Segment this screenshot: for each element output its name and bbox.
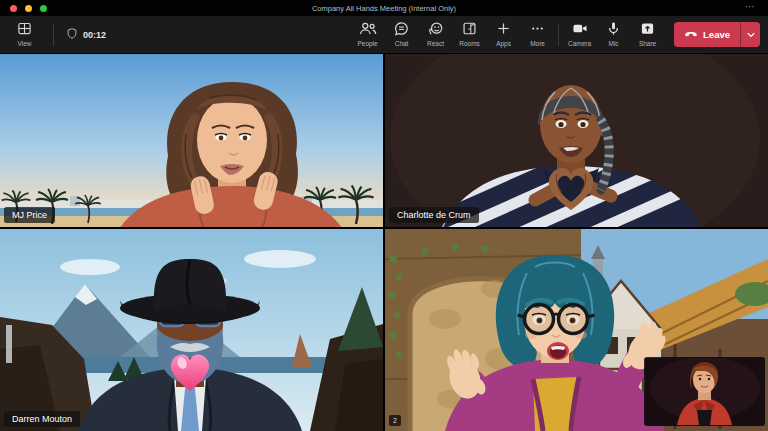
react-button[interactable]: React	[419, 18, 452, 52]
participant-count-badge: 2	[389, 415, 401, 426]
leave-options-chevron-down-icon[interactable]	[741, 22, 760, 47]
camera-label: Camera	[568, 41, 591, 48]
meeting-toolbar: View 00:12 People Chat	[0, 16, 768, 54]
traffic-lights	[0, 5, 47, 12]
apps-label: Apps	[496, 41, 511, 48]
people-label: People	[357, 41, 377, 48]
mic-icon	[606, 21, 621, 39]
video-tile-darren-mouton[interactable]: Darren Mouton	[0, 229, 383, 431]
zoom-window-icon[interactable]	[40, 5, 47, 12]
meeting-timer: 00:12	[66, 27, 106, 42]
rooms-icon	[462, 21, 477, 39]
window-more-icon[interactable]: ⋯	[745, 0, 756, 14]
apps-button[interactable]: Apps	[487, 18, 520, 52]
avatar-charlotte-de-crum	[385, 54, 768, 227]
close-window-icon[interactable]	[10, 5, 17, 12]
participant-name-label: Charlotte de Crum	[389, 207, 479, 223]
react-icon	[427, 21, 444, 39]
chat-label: Chat	[395, 41, 409, 48]
shield-icon	[66, 27, 78, 42]
video-tile-speaker[interactable]: 2	[385, 229, 768, 431]
more-label: More	[530, 41, 545, 48]
view-button[interactable]: View	[8, 18, 41, 52]
self-view-tile[interactable]	[645, 358, 764, 425]
minimize-window-icon[interactable]	[25, 5, 32, 12]
video-tile-charlotte-de-crum[interactable]: Charlotte de Crum	[385, 54, 768, 227]
avatar-self-view	[645, 358, 764, 425]
hangup-phone-icon	[684, 29, 698, 40]
camera-icon	[572, 21, 588, 39]
toolbar-divider	[53, 24, 54, 46]
more-ellipsis-icon	[530, 21, 545, 39]
share-label: Share	[639, 41, 656, 48]
camera-button[interactable]: Camera	[563, 18, 596, 52]
mic-button[interactable]: Mic	[597, 18, 630, 52]
view-grid-icon	[17, 21, 32, 39]
react-label: React	[427, 41, 444, 48]
toolbar-divider	[558, 24, 559, 46]
video-grid: MJ Price	[0, 54, 768, 431]
window-title: Company All Hands Meeting (Internal Only…	[0, 4, 768, 13]
mic-label: Mic	[609, 41, 619, 48]
window-titlebar: Company All Hands Meeting (Internal Only…	[0, 0, 768, 16]
participant-name-label: MJ Price	[4, 207, 55, 223]
more-button[interactable]: More	[521, 18, 554, 52]
participant-name-label: Darren Mouton	[4, 411, 80, 427]
people-button[interactable]: People	[351, 18, 384, 52]
timer-value: 00:12	[83, 30, 106, 40]
people-icon	[359, 21, 377, 39]
apps-plus-icon	[496, 21, 511, 39]
chat-button[interactable]: Chat	[385, 18, 418, 52]
leave-label: Leave	[703, 29, 730, 40]
teams-meeting-window: Company All Hands Meeting (Internal Only…	[0, 0, 768, 431]
rooms-label: Rooms	[459, 41, 480, 48]
avatar-darren-mouton	[0, 229, 383, 431]
share-button[interactable]: Share	[631, 18, 664, 52]
share-icon	[640, 21, 655, 39]
view-label: View	[18, 41, 32, 48]
chat-icon	[394, 21, 409, 39]
leave-button[interactable]: Leave	[674, 22, 760, 47]
avatar-mj-price	[0, 54, 383, 227]
rooms-button[interactable]: Rooms	[453, 18, 486, 52]
video-tile-mj-price[interactable]: MJ Price	[0, 54, 383, 227]
